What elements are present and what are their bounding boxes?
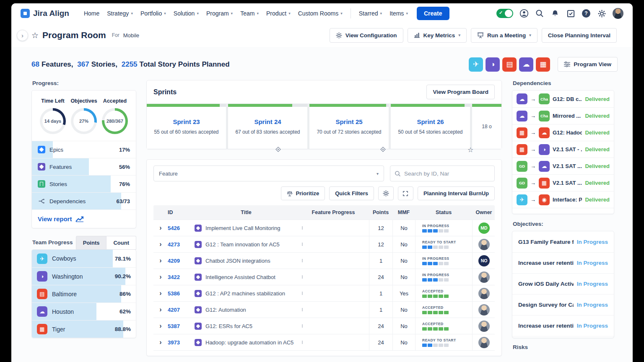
table-row[interactable]: › 4207 G12: Automation 1 No ACCEPTED — [153, 301, 495, 318]
view-program-board-button[interactable]: View Program Board — [426, 85, 495, 99]
table-row[interactable]: › 5387 G12: ESRs for AC5 24 No ACCEPTED — [153, 318, 495, 334]
progress-row-features[interactable]: Features 56% — [32, 158, 136, 175]
team-icon-window[interactable]: ▦ — [536, 57, 550, 72]
team-row-houston[interactable]: ☁ Houston 62% — [32, 303, 136, 320]
feature-id-link[interactable]: 5426 — [168, 225, 195, 231]
objective-row[interactable]: Increase user retentio... In Progress — [512, 315, 614, 336]
sprint-card-partial[interactable]: 18 o — [472, 104, 501, 149]
dependency-row[interactable]: GD → ☁ V2.1 SAT ... Delivered — [512, 158, 614, 174]
nav-item-product[interactable]: Product▾ — [266, 10, 291, 17]
nav-item-custom-rooms[interactable]: Custom Rooms▾ — [298, 10, 343, 17]
progress-row-stories[interactable]: Stories 76% — [32, 175, 136, 192]
expand-row-icon[interactable]: › — [153, 240, 168, 248]
sprint-card-24[interactable]: Sprint 24 67 out of 83 stories accepted — [228, 104, 307, 149]
search-input[interactable] — [404, 171, 490, 177]
search-icon[interactable] — [535, 9, 544, 18]
table-row[interactable]: › 5426 Implement Live Call Monitoring 12… — [153, 220, 495, 236]
objective-row[interactable]: G13 Family Feature for... In Progress — [512, 231, 614, 252]
expand-table-button[interactable] — [398, 186, 413, 200]
nav-item-solution[interactable]: Solution▾ — [174, 10, 199, 17]
item-type-select[interactable]: Feature ▾ — [153, 165, 384, 181]
close-planning-interval-button[interactable]: Close Planning Interval — [542, 28, 617, 43]
expand-row-icon[interactable]: › — [153, 322, 168, 330]
expand-row-icon[interactable]: › — [153, 273, 168, 281]
view-configuration-button[interactable]: View Configuration — [330, 28, 403, 43]
feature-id-link[interactable]: 4209 — [168, 258, 195, 264]
nav-item-strategy[interactable]: Strategy▾ — [107, 10, 133, 17]
table-row[interactable]: › 5386 G12 : AP2 machines stabilization … — [153, 285, 495, 301]
table-row[interactable]: › 3422 Intelligence Assisted Chatbot 24 … — [153, 269, 495, 285]
feature-id-link[interactable]: 4207 — [168, 307, 195, 313]
objective-row[interactable]: Design Survey for Call... In Progress — [512, 294, 614, 315]
feature-id-link[interactable]: 5387 — [168, 323, 195, 329]
status-badge: Delivered — [585, 129, 610, 136]
planning-interval-burnup-button[interactable]: Planning Interval BurnUp — [418, 186, 495, 200]
dependency-row[interactable]: ✈ → ◉ Interface: P... Delivered — [512, 191, 614, 208]
quick-filters-button[interactable]: Quick Filters — [329, 186, 374, 200]
expand-row-icon[interactable]: › — [153, 257, 168, 264]
nav-item-items[interactable]: Items▾ — [390, 10, 408, 17]
sidebar-expand-button[interactable]: › — [17, 30, 28, 41]
progress-row-dependencies[interactable]: Dependencies 63/73 — [32, 192, 136, 209]
team-row-tiger[interactable]: ▦ Tiger 88.8% — [32, 320, 136, 338]
team-row-baltimore[interactable]: ▤ Baltimore 86% — [32, 285, 136, 303]
table-row[interactable]: › 3973 Hadoop: upgrade automation in AC5… — [153, 334, 495, 350]
jira-align-logo[interactable]: Jira Align — [21, 9, 69, 18]
dependency-row[interactable]: GD → ▦ V2.1 SAT ... Delivered — [512, 174, 614, 191]
nav-item-home[interactable]: Home — [84, 10, 99, 17]
dependency-row[interactable]: ▦ → ☁ G12: Hadoo... Delivered — [512, 124, 614, 141]
nav-item-program[interactable]: Program▾ — [206, 10, 233, 17]
program-context[interactable]: Mobile — [123, 32, 139, 39]
team-icon-bird[interactable]: ◑ — [486, 57, 500, 72]
team-icon-rocket[interactable]: ✈ — [469, 57, 483, 72]
sprint-card-26[interactable]: Sprint 26 50 out of 54 stories accepted — [391, 104, 470, 149]
table-row[interactable]: › 4209 Chatbot JSON integrations 1 No IN… — [153, 252, 495, 269]
dependency-row[interactable]: ☁ → Cha Mirrored ... Delivered — [512, 107, 614, 124]
milestone-diamond-icon[interactable] — [275, 146, 281, 153]
settings-gear-icon[interactable] — [597, 9, 606, 18]
nav-item-portfolio[interactable]: Portfolio▾ — [140, 10, 166, 17]
expand-row-icon[interactable]: › — [153, 306, 168, 313]
team-row-washington[interactable]: ◑ Washington 90.2% — [32, 267, 136, 285]
status-toggle[interactable]: ✓ — [496, 9, 513, 18]
user-avatar[interactable] — [613, 8, 623, 19]
notifications-bell-icon[interactable] — [551, 9, 560, 18]
sprint-card-25[interactable]: Sprint 25 70 out of 72 stories accepted — [309, 104, 389, 149]
tab-points[interactable]: Points — [76, 236, 107, 250]
objective-row[interactable]: Increase user retentio... In Progress — [512, 252, 614, 273]
prioritize-button[interactable]: Prioritize — [281, 186, 325, 200]
feature-id-link[interactable]: 5386 — [168, 290, 195, 297]
status-badge: READY TO START — [415, 236, 472, 252]
tab-count[interactable]: Count — [106, 236, 136, 250]
view-report-link[interactable]: View report — [32, 209, 136, 228]
feature-id-link[interactable]: 4273 — [168, 241, 195, 248]
expand-row-icon[interactable]: › — [153, 339, 168, 346]
feature-id-link[interactable]: 3422 — [168, 274, 195, 280]
program-view-button[interactable]: Program View — [558, 57, 618, 72]
feature-id-link[interactable]: 3973 — [168, 339, 195, 346]
objective-row[interactable]: Grow iOS Daily Active ... In Progress — [512, 273, 614, 294]
toggle-knob — [505, 10, 512, 17]
progress-row-epics[interactable]: Epics 17% — [32, 141, 136, 158]
nav-item-team[interactable]: Team▾ — [240, 10, 259, 17]
sprint-card-23[interactable]: Sprint 23 55 out of 60 stories accepted — [147, 104, 226, 149]
team-icon-storm[interactable]: ☁ — [519, 57, 533, 72]
dependency-row[interactable]: ▦ → ◑ V2.1 SAT - ... Delivered — [512, 141, 614, 158]
milestone-star-icon[interactable]: ☆ — [467, 146, 473, 154]
milestone-diamond-icon[interactable] — [380, 146, 386, 153]
expand-row-icon[interactable]: › — [153, 224, 168, 232]
table-settings-button[interactable] — [378, 186, 394, 200]
profile-icon[interactable] — [519, 9, 529, 18]
team-icon-terminal[interactable]: ▤ — [502, 57, 517, 72]
key-metrics-button[interactable]: Key Metrics ▾ — [408, 28, 467, 43]
table-row[interactable]: › 4273 G12 : Team innovation for AC5 12 … — [153, 236, 495, 252]
help-icon[interactable]: ? — [582, 9, 591, 18]
favorite-star-icon[interactable]: ☆ — [31, 31, 39, 40]
run-a-meeting-button[interactable]: Run a Meeting ▾ — [471, 28, 538, 43]
dependency-row[interactable]: ☁ → Cha G12: DB c... Delivered — [512, 90, 614, 107]
tasks-checkbox-icon[interactable] — [566, 9, 575, 18]
team-row-cowboys[interactable]: ✈ Cowboys 78.1% — [32, 250, 136, 267]
nav-item-starred[interactable]: Starred▾ — [359, 10, 382, 17]
create-button[interactable]: Create — [417, 7, 449, 20]
expand-row-icon[interactable]: › — [153, 290, 168, 297]
